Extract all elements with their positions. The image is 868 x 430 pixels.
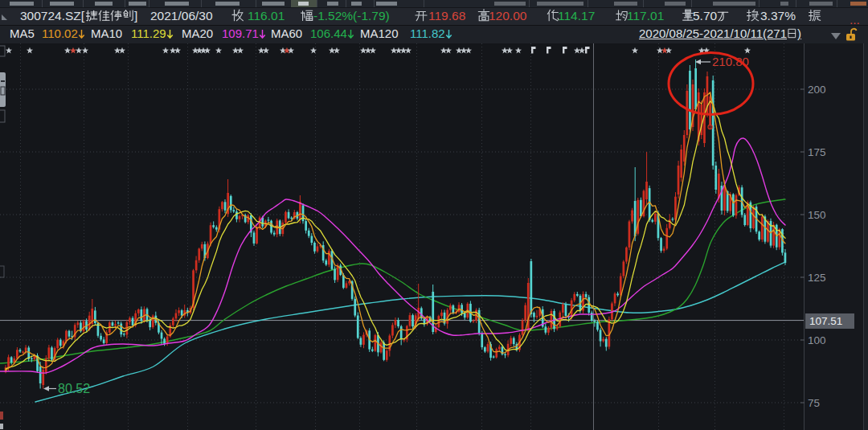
- svg-text:80.52: 80.52: [58, 382, 90, 395]
- svg-text:100: 100: [808, 334, 826, 346]
- svg-text:150: 150: [808, 209, 826, 221]
- svg-text:175: 175: [808, 146, 826, 158]
- svg-text:200: 200: [808, 84, 826, 96]
- svg-text:125: 125: [808, 272, 826, 284]
- svg-text:75: 75: [808, 397, 820, 409]
- svg-text:107.51: 107.51: [809, 315, 842, 327]
